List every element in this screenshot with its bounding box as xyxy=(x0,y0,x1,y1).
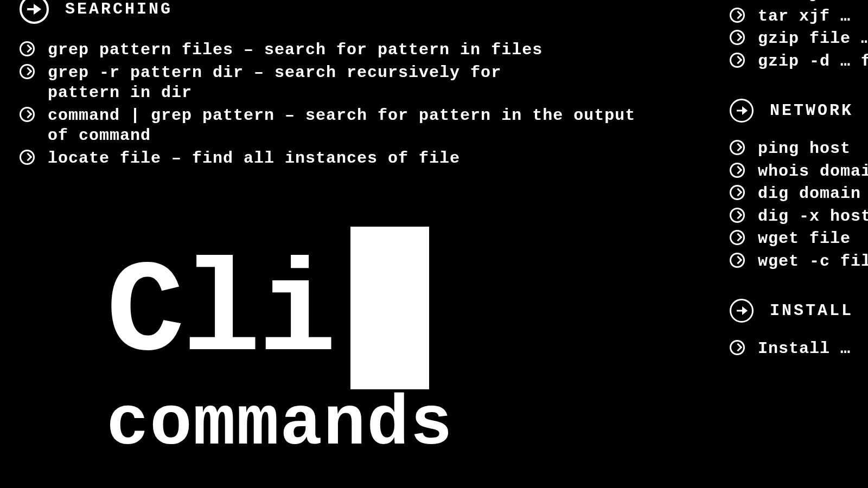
command-text: gzip file … file.gz xyxy=(758,29,868,49)
command-item: dig -x host xyxy=(730,207,868,227)
chevron-right-icon xyxy=(730,163,745,178)
command-item: ping host xyxy=(730,139,868,159)
section-title: INSTALL xyxy=(770,301,853,320)
command-item: wget -c file xyxy=(730,252,868,272)
command-list-searching: grep pattern files – search for pattern … xyxy=(20,40,665,169)
logo-text-cli: Cli xyxy=(106,249,334,380)
chevron-right-icon xyxy=(20,150,35,165)
chevron-right-icon xyxy=(20,107,35,122)
chevron-right-icon xyxy=(20,41,35,56)
command-text: dig domain xyxy=(758,184,861,204)
chevron-right-icon xyxy=(730,208,745,223)
command-item: grep pattern files – search for pattern … xyxy=(20,40,665,61)
chevron-right-icon xyxy=(730,53,745,68)
arrow-right-icon xyxy=(20,0,49,24)
arrow-right-icon xyxy=(730,99,754,123)
section-header-install: INSTALL xyxy=(730,299,868,323)
command-text: gzip -d … file xyxy=(758,52,868,72)
command-item: gzip -d … file xyxy=(730,52,868,72)
command-item: locate file – find all instances of file xyxy=(20,149,665,169)
command-list-network: ping host whois domain dig domain dig -x… xyxy=(730,139,868,272)
command-text: ping host xyxy=(758,139,851,159)
command-text: wget -c file xyxy=(758,252,868,272)
command-item: wget file xyxy=(730,229,868,249)
command-item: whois domain xyxy=(730,162,868,182)
cursor-block-icon xyxy=(350,227,429,389)
command-text: locate file – find all instances of file xyxy=(48,149,460,169)
chevron-right-icon xyxy=(730,30,745,45)
chevron-right-icon xyxy=(20,64,35,79)
logo-text-commands: commands xyxy=(106,385,454,465)
command-text: grep pattern files – search for pattern … xyxy=(48,40,542,61)
command-item: dig domain xyxy=(730,184,868,204)
section-title: NETWORK xyxy=(770,101,853,120)
section-header-network: NETWORK xyxy=(730,99,868,123)
command-text: grep -r pattern dir – search recursively… xyxy=(48,63,574,104)
logo-line1: Cli xyxy=(106,217,454,380)
command-item: command | grep pattern – search for patt… xyxy=(20,106,665,146)
chevron-right-icon xyxy=(730,8,745,23)
section-compress-partial: tar cjf … compress… tar xjf … gzip file … xyxy=(730,0,868,72)
command-text: command | grep pattern – search for patt… xyxy=(48,106,644,146)
section-title: SEARCHING xyxy=(65,0,173,18)
command-item: tar xjf … xyxy=(730,7,868,27)
command-item: grep -r pattern dir – search recursively… xyxy=(20,63,665,104)
chevron-right-icon xyxy=(730,340,745,355)
logo: Cli commands xyxy=(106,217,454,465)
command-item: Install … xyxy=(730,339,868,359)
command-item: gzip file … file.gz xyxy=(730,29,868,49)
command-list-install: Install … xyxy=(730,339,868,359)
section-header-searching: SEARCHING xyxy=(20,0,687,24)
chevron-right-icon xyxy=(730,253,745,268)
chevron-right-icon xyxy=(730,230,745,245)
command-text: wget file xyxy=(758,229,851,249)
command-text: tar xjf … xyxy=(758,7,851,27)
arrow-right-icon xyxy=(730,299,754,323)
chevron-right-icon xyxy=(730,185,745,200)
command-text: whois domain xyxy=(758,162,868,182)
command-text: tar cjf … compress… xyxy=(758,0,868,4)
command-text: Install … xyxy=(758,339,851,359)
chevron-right-icon xyxy=(730,140,745,155)
command-item: tar cjf … compress… xyxy=(730,0,868,4)
command-text: dig -x host xyxy=(758,207,868,227)
